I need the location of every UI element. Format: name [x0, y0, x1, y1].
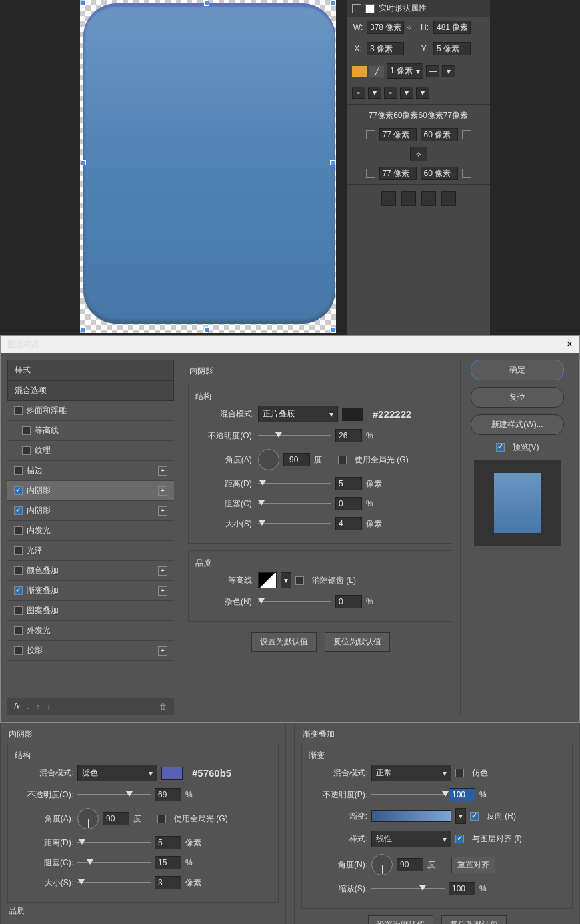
opacity-slider-2[interactable]: [77, 790, 151, 799]
size-slider[interactable]: [258, 519, 331, 528]
pathop-2[interactable]: [401, 191, 416, 206]
style-checkbox[interactable]: [14, 586, 23, 595]
style-item[interactable]: 外发光: [7, 621, 174, 641]
contour-picker[interactable]: [258, 572, 277, 588]
blend-mode-select[interactable]: 正片叠底▾: [258, 406, 338, 422]
style-select[interactable]: 线性▾: [371, 831, 451, 847]
scale-input[interactable]: [449, 882, 475, 895]
fx-label[interactable]: fx: [14, 702, 20, 711]
gradient-dropdown[interactable]: ▾: [455, 808, 466, 824]
angle-dial[interactable]: [258, 449, 279, 470]
corner-dropdown[interactable]: ▫: [384, 87, 397, 99]
angle-dial-2[interactable]: [77, 808, 99, 829]
style-checkbox[interactable]: [14, 406, 23, 415]
stroke-swatch[interactable]: ╱: [369, 66, 384, 77]
height-input[interactable]: [433, 21, 471, 34]
preview-checkbox[interactable]: [496, 443, 505, 452]
opacity-input-2[interactable]: [155, 788, 181, 801]
revert-default-button[interactable]: 复位为默认值: [325, 632, 390, 652]
size-input[interactable]: [335, 517, 362, 530]
blend-mode-select-3[interactable]: 正常▾: [371, 765, 451, 781]
color-swatch[interactable]: [342, 408, 363, 421]
color-swatch-2[interactable]: [161, 767, 183, 780]
stroke-align-dropdown[interactable]: —: [426, 65, 439, 77]
down-arrow-icon[interactable]: ↓: [47, 702, 51, 711]
distance-slider-2[interactable]: [77, 838, 151, 847]
style-item[interactable]: 内阴影+: [7, 481, 174, 501]
style-item[interactable]: 颜色叠加+: [7, 561, 174, 581]
plus-icon[interactable]: +: [158, 566, 167, 576]
size-slider-2[interactable]: [77, 878, 151, 887]
stroke-width-dropdown[interactable]: 1 像素▾: [387, 63, 423, 79]
close-icon[interactable]: ×: [567, 338, 573, 350]
distance-input-2[interactable]: [155, 836, 181, 849]
style-item[interactable]: 内发光: [7, 521, 174, 541]
plus-icon[interactable]: +: [158, 506, 167, 516]
fill-swatch[interactable]: [352, 66, 367, 77]
more-dropdown[interactable]: ▾: [416, 87, 429, 99]
blend-options[interactable]: 混合选项: [7, 380, 174, 401]
resize-handle[interactable]: [81, 1, 86, 6]
style-checkbox[interactable]: [22, 426, 31, 435]
style-checkbox[interactable]: [14, 526, 23, 535]
y-input[interactable]: [433, 42, 471, 55]
choke-input-2[interactable]: [155, 856, 181, 869]
style-checkbox[interactable]: [14, 606, 23, 615]
opacity-input[interactable]: [335, 429, 362, 442]
pathop-1[interactable]: [381, 191, 396, 206]
trash-icon[interactable]: 🗑: [159, 702, 167, 711]
link-icon[interactable]: ⟡: [407, 23, 416, 32]
corner-br-input[interactable]: [421, 167, 458, 180]
resize-handle[interactable]: [330, 1, 335, 6]
style-checkbox[interactable]: [14, 486, 23, 495]
style-item[interactable]: 描边+: [7, 461, 174, 481]
style-checkbox[interactable]: [14, 506, 23, 515]
cap-dropdown[interactable]: ▫: [352, 87, 365, 99]
resize-handle[interactable]: [204, 327, 209, 332]
style-checkbox[interactable]: [14, 626, 23, 635]
rounded-rect-shape[interactable]: [83, 3, 335, 324]
reset-button[interactable]: 复位: [471, 387, 564, 408]
style-checkbox[interactable]: [14, 466, 23, 475]
angle-input[interactable]: [283, 453, 310, 466]
corner-tr-input[interactable]: [421, 128, 458, 141]
opacity-input-3[interactable]: [449, 788, 475, 801]
choke-slider[interactable]: [258, 499, 331, 508]
style-item[interactable]: 斜面和浮雕: [7, 401, 174, 421]
style-item[interactable]: 内阴影+: [7, 501, 174, 521]
stroke-style-dropdown[interactable]: ▾: [442, 65, 455, 77]
canvas-area[interactable]: [0, 0, 347, 335]
style-checkbox[interactable]: [22, 446, 31, 455]
angle-input-2[interactable]: [103, 812, 129, 825]
antialias-checkbox[interactable]: [295, 576, 304, 585]
reverse-checkbox[interactable]: [470, 812, 479, 821]
distance-input[interactable]: [335, 477, 362, 490]
style-checkbox[interactable]: [14, 546, 23, 555]
gradient-picker[interactable]: [371, 810, 451, 822]
pathop-3[interactable]: [421, 191, 436, 206]
noise-input[interactable]: [335, 595, 362, 608]
style-item[interactable]: 投影+: [7, 641, 174, 661]
resize-handle[interactable]: [330, 327, 335, 332]
plus-icon[interactable]: +: [158, 586, 167, 596]
resize-handle[interactable]: [330, 160, 335, 165]
up-arrow-icon[interactable]: ↑: [36, 702, 40, 711]
width-input[interactable]: [367, 21, 404, 34]
opacity-slider-3[interactable]: [371, 790, 445, 799]
new-style-button[interactable]: 新建样式(W)...: [471, 414, 564, 435]
align-layer-checkbox[interactable]: [455, 835, 464, 843]
resize-handle[interactable]: [204, 1, 209, 6]
distance-slider[interactable]: [258, 479, 331, 488]
angle-dial-3[interactable]: [371, 854, 393, 875]
corner-bl-input[interactable]: [379, 167, 417, 180]
opacity-slider[interactable]: [258, 431, 331, 440]
size-input-2[interactable]: [155, 876, 181, 889]
pathop-4[interactable]: [441, 191, 456, 206]
set-default-button-3[interactable]: 设置为默认值: [368, 915, 433, 924]
angle-input-3[interactable]: [397, 858, 423, 871]
resize-handle[interactable]: [81, 327, 86, 332]
choke-slider-2[interactable]: [77, 858, 151, 867]
set-default-button[interactable]: 设置为默认值: [251, 632, 317, 652]
blend-mode-select-2[interactable]: 滤色▾: [77, 765, 157, 781]
link-corners-button[interactable]: ⟡: [410, 147, 427, 161]
